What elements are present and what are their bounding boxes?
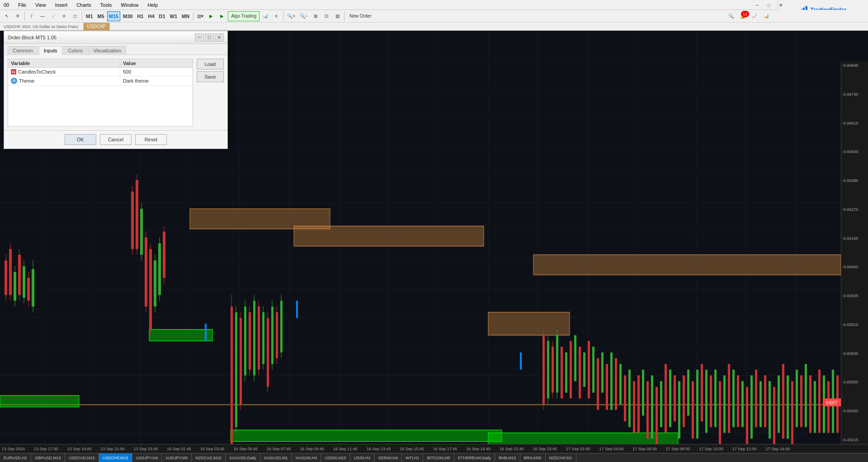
chart-tab-active[interactable]: USDCHF bbox=[83, 23, 110, 31]
tf-h1[interactable]: H1 bbox=[135, 11, 145, 21]
tf-h4[interactable]: H4 bbox=[146, 11, 156, 21]
toolbar-sep-1 bbox=[24, 12, 25, 21]
tf-mn[interactable]: MN bbox=[180, 11, 191, 21]
menu-item-tools[interactable]: Tools bbox=[99, 1, 114, 9]
tf-m5[interactable]: M5 bbox=[95, 11, 106, 21]
symbol-tab-usdcad-m15[interactable]: USDCAD,M15 bbox=[65, 453, 99, 462]
dialog-close-button[interactable]: ✕ bbox=[215, 33, 224, 42]
price-label-7: -0.84155 bbox=[842, 236, 867, 241]
symbol-tab-brn-m30[interactable]: BRN,M30 bbox=[520, 453, 546, 462]
symbol-tab-us500-m15[interactable]: US500,M15 bbox=[321, 453, 350, 462]
symbol-tab-ethereum-daily[interactable]: ETHEREUM,Daily bbox=[454, 453, 495, 462]
dialog-tab-inputs[interactable]: Inputs bbox=[39, 46, 62, 55]
svg-rect-128 bbox=[651, 375, 653, 439]
toolbar-hline-tool[interactable]: — bbox=[38, 11, 47, 21]
toolbar-chart-type[interactable]: ▤▾ bbox=[195, 11, 205, 21]
symbol-tab-usdjpy-h4[interactable]: USDJPY,H4 bbox=[132, 453, 162, 462]
notification-button[interactable]: 🔔 11 bbox=[738, 11, 748, 21]
symbol-tab-nzdcad-m15[interactable]: NZDCAD,M15 bbox=[192, 453, 226, 462]
tf-m15[interactable]: M15 bbox=[107, 11, 120, 21]
toolbar-shapes-tool[interactable]: ◻ bbox=[70, 11, 80, 21]
symbol-tab-wti-h1[interactable]: WTI,H1 bbox=[402, 453, 424, 462]
cancel-button[interactable]: Cancel bbox=[100, 134, 132, 145]
symbol-tab-gbpusd-m15[interactable]: GBPUSD,M15 bbox=[31, 453, 65, 462]
search-button[interactable]: 🔍 bbox=[726, 11, 736, 21]
symbol-tab-bnb-m15[interactable]: BNB,M15 bbox=[495, 453, 520, 462]
market-chart-button[interactable]: 📈 bbox=[750, 11, 760, 21]
toolbar-zoom-out[interactable]: 🔍− bbox=[298, 11, 310, 21]
side-buttons: Load Save bbox=[197, 59, 224, 126]
toolbar-manage-templates[interactable]: ▤ bbox=[332, 11, 342, 21]
table-row[interactable]: 01 CandlesToCheck 500 bbox=[8, 68, 193, 76]
dialog-tab-visualization[interactable]: Visualization bbox=[88, 46, 126, 55]
price-label-5: -0.84385 bbox=[842, 178, 867, 183]
time-label-1: 13 Sep 17:30 bbox=[34, 447, 58, 451]
load-button[interactable]: Load bbox=[197, 59, 224, 70]
dialog-minimize-button[interactable]: ─ bbox=[195, 33, 204, 42]
close-button[interactable]: ✕ bbox=[775, 0, 787, 10]
toolbar-navigator[interactable]: ≡ bbox=[271, 11, 281, 21]
svg-rect-161 bbox=[800, 375, 802, 427]
price-label-2: -0.84730 bbox=[842, 92, 867, 97]
symbol-tab-eurusd-h1[interactable]: EURUSD,H1 bbox=[0, 453, 31, 462]
save-button[interactable]: Save bbox=[197, 71, 224, 82]
svg-text:0.8377: 0.8377 bbox=[826, 401, 837, 406]
symbol-tab-bitcoin-m5[interactable]: BITCOIN,M5 bbox=[423, 453, 454, 462]
svg-rect-146 bbox=[732, 370, 735, 427]
dialog-titlebar[interactable]: Order-Block MT5 1.05 ─ □ ✕ bbox=[4, 31, 227, 44]
toolbar-add-indicator[interactable]: ▶ bbox=[206, 11, 216, 21]
svg-rect-42 bbox=[488, 433, 678, 444]
symbol-tab-us30-h1[interactable]: US30,H1 bbox=[350, 453, 375, 462]
svg-rect-117 bbox=[601, 352, 604, 392]
menu-item-file-num[interactable]: 00 bbox=[2, 1, 11, 9]
symbol-tab-nas100-h4[interactable]: NAS100,H4 bbox=[292, 453, 321, 462]
reset-button[interactable]: Reset bbox=[135, 134, 167, 145]
dialog-maximize-button[interactable]: □ bbox=[205, 33, 214, 42]
variable-value-2: Dark theme bbox=[123, 78, 149, 84]
table-cell-value-2: Dark theme bbox=[120, 76, 193, 85]
menu-item-window[interactable]: Window bbox=[119, 1, 140, 9]
symbol-tab-usdchf-m15[interactable]: USDCHF,M15 bbox=[99, 453, 132, 462]
time-label-0: 13 Sep 2024 bbox=[2, 447, 25, 451]
symbol-tabs: EURUSD,H1 GBPUSD,M15 USDCAD,M15 USDCHF,M… bbox=[0, 453, 868, 462]
symbol-tab-audjpy-m5[interactable]: AUDJPY,M5 bbox=[162, 453, 192, 462]
menu-item-charts[interactable]: Charts bbox=[75, 1, 93, 9]
symbol-tab-nzdchf-m1[interactable]: NZDCHF,M1 bbox=[546, 453, 576, 462]
toolbar-zoom-in[interactable]: 🔍+ bbox=[285, 11, 297, 21]
symbol-tab-ger40-h4[interactable]: GER40,H4 bbox=[374, 453, 402, 462]
portfolio-button[interactable]: 📊 bbox=[761, 11, 771, 21]
toolbar-market-watch[interactable]: 📊 bbox=[260, 11, 270, 21]
tf-m30[interactable]: M30 bbox=[121, 11, 134, 21]
symbol-tab-xauusd-daily[interactable]: XAUUSD,Daily bbox=[226, 453, 260, 462]
toolbar-channel-tool[interactable]: ⟋ bbox=[48, 11, 58, 21]
new-order-button[interactable]: New Order bbox=[346, 11, 374, 21]
price-label-8: -0.84040 bbox=[842, 265, 867, 269]
tf-m1[interactable]: M1 bbox=[84, 11, 94, 21]
menu-item-file[interactable]: File bbox=[16, 1, 28, 9]
toolbar-line-tool[interactable]: / bbox=[27, 11, 37, 21]
algo-trading-button[interactable]: Algo Trading bbox=[228, 11, 259, 21]
table-row[interactable]: ⚙ Theme Dark theme bbox=[8, 76, 193, 86]
toolbar-autoscroll[interactable]: ⊞ bbox=[311, 11, 321, 21]
menu-item-help[interactable]: Help bbox=[146, 1, 160, 9]
toolbar-arrow-tool[interactable]: ↖ bbox=[2, 11, 12, 21]
ok-button[interactable]: OK bbox=[65, 134, 96, 145]
tf-d1[interactable]: D1 bbox=[157, 11, 167, 21]
maximize-button[interactable]: □ bbox=[763, 0, 775, 10]
toolbar-fix-scale[interactable]: ⊡ bbox=[321, 11, 331, 21]
symbol-tab-xagusd-m1[interactable]: XAGUSD,M1 bbox=[260, 453, 292, 462]
time-label-6: 16 Sep 03:45 bbox=[200, 447, 225, 451]
dialog-tab-colors[interactable]: Colors bbox=[63, 46, 88, 55]
dialog-tab-common[interactable]: Common bbox=[8, 46, 38, 55]
svg-rect-131 bbox=[665, 364, 667, 433]
minimize-button[interactable]: ─ bbox=[751, 0, 763, 10]
tf-w1[interactable]: W1 bbox=[168, 11, 179, 21]
menu-item-insert[interactable]: Insert bbox=[53, 1, 70, 9]
svg-rect-41 bbox=[231, 430, 502, 441]
svg-rect-147 bbox=[737, 375, 739, 427]
toolbar-indicators[interactable]: ▶ bbox=[217, 11, 227, 21]
toolbar-crosshair[interactable]: ✛ bbox=[13, 11, 23, 21]
toolbar-fib-tool[interactable]: ≡ bbox=[59, 11, 69, 21]
time-label-21: 17 Sep 10:00 bbox=[699, 447, 723, 451]
menu-item-view[interactable]: View bbox=[33, 1, 48, 9]
